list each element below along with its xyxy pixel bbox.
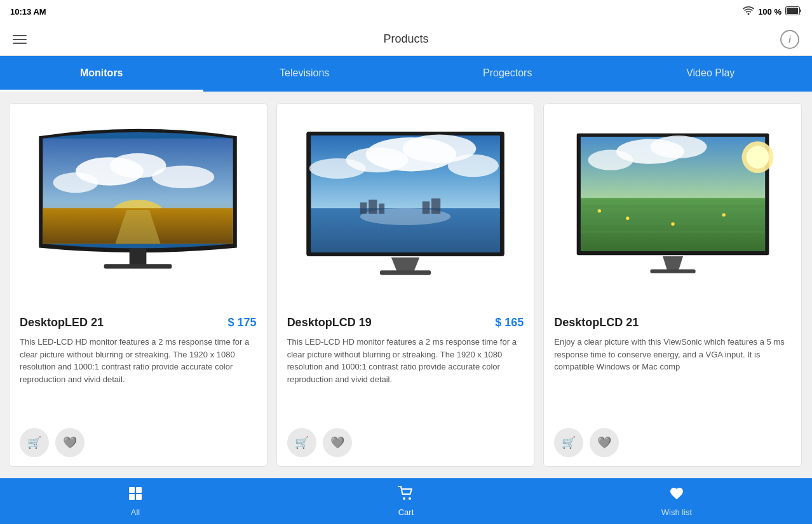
product-actions-2: 🛒 🩶 [277, 428, 534, 466]
tab-televisions[interactable]: Televisions [203, 56, 407, 92]
product-desc-2: This LED-LCD HD monitor features a 2 ms … [287, 336, 524, 385]
svg-point-33 [746, 146, 769, 169]
product-info-3: DesktopLCD 21 Enjoy a clear picture with… [544, 307, 801, 428]
nav-all[interactable]: All [0, 486, 271, 517]
product-name-row-1: DesktopLED 21 $ 175 [20, 316, 257, 329]
nav-wishlist[interactable]: Wish list [541, 486, 812, 517]
wifi-icon [743, 6, 754, 17]
add-to-cart-button-3[interactable]: 🛒 [554, 428, 583, 457]
add-to-cart-button-2[interactable]: 🛒 [287, 428, 316, 457]
svg-rect-25 [423, 202, 430, 214]
product-name-row-3: DesktopLCD 21 [554, 316, 791, 329]
status-right: 100 % [743, 6, 802, 17]
svg-rect-41 [580, 231, 764, 233]
battery-percent: 100 % [758, 7, 782, 17]
add-to-cart-button-1[interactable]: 🛒 [20, 428, 49, 457]
battery-icon [785, 6, 802, 17]
svg-rect-38 [580, 205, 764, 208]
svg-point-42 [597, 209, 600, 212]
product-info-1: DesktopLED 21 $ 175 This LED-LCD HD moni… [10, 307, 267, 428]
page-title: Products [383, 32, 428, 46]
product-price-1: $ 175 [228, 316, 257, 329]
tab-monitors[interactable]: Monitors [0, 56, 203, 92]
svg-rect-39 [580, 214, 764, 216]
svg-rect-28 [380, 270, 431, 275]
product-image-1 [10, 104, 267, 307]
heart-icon [669, 486, 684, 505]
svg-rect-48 [129, 487, 135, 493]
time-display: 10:13 AM [10, 7, 46, 17]
svg-point-5 [152, 166, 215, 189]
svg-point-6 [53, 172, 98, 193]
nav-wishlist-label: Wish list [661, 507, 692, 517]
products-grid: DesktopLED 21 $ 175 This LED-LCD HD moni… [0, 92, 812, 478]
product-actions-1: 🛒 🩶 [10, 428, 267, 466]
status-bar: 10:13 AM 100 % [0, 0, 812, 23]
product-name-row-2: DesktopLCD 19 $ 165 [287, 316, 524, 329]
svg-rect-23 [369, 200, 377, 214]
add-to-wishlist-button-3[interactable]: 🩶 [590, 428, 619, 457]
add-to-wishlist-button-2[interactable]: 🩶 [323, 428, 352, 457]
category-tabs: Monitors Televisions Progectors Video Pl… [0, 56, 812, 92]
svg-rect-26 [431, 198, 440, 214]
header: Products i [0, 23, 812, 56]
svg-rect-11 [104, 265, 172, 269]
tab-projectors[interactable]: Progectors [406, 56, 609, 92]
product-desc-1: This LED-LCD HD monitor features a 2 ms … [20, 336, 257, 385]
info-button[interactable]: i [780, 30, 799, 49]
tab-videoplay[interactable]: Video Play [609, 56, 813, 92]
svg-marker-27 [391, 258, 420, 272]
svg-point-44 [671, 223, 674, 226]
product-card-2: DesktopLCD 19 $ 165 This LED-LCD HD moni… [276, 103, 535, 467]
cart-icon [398, 486, 414, 505]
svg-rect-51 [136, 494, 142, 500]
svg-rect-22 [360, 203, 367, 214]
nav-cart[interactable]: Cart [271, 486, 541, 517]
svg-point-35 [650, 136, 707, 159]
svg-rect-50 [129, 494, 135, 500]
product-card-1: DesktopLED 21 $ 175 This LED-LCD HD moni… [9, 103, 267, 467]
nav-cart-label: Cart [398, 507, 414, 517]
svg-point-52 [403, 497, 405, 500]
svg-point-43 [626, 217, 629, 220]
product-desc-3: Enjoy a clear picture with this ViewSoni… [554, 336, 791, 373]
menu-button[interactable] [13, 35, 27, 44]
nav-all-label: All [131, 507, 140, 517]
svg-rect-10 [130, 249, 147, 266]
product-card-3: DesktopLCD 21 Enjoy a clear picture with… [543, 103, 802, 467]
grid-icon [128, 486, 143, 505]
svg-rect-49 [136, 487, 142, 493]
svg-point-45 [722, 213, 725, 216]
product-name-1: DesktopLED 21 [20, 316, 104, 329]
svg-rect-1 [787, 8, 798, 14]
product-image-2 [277, 104, 534, 307]
svg-rect-24 [379, 203, 384, 214]
svg-point-53 [409, 497, 411, 500]
product-actions-3: 🛒 🩶 [544, 428, 801, 466]
product-name-3: DesktopLCD 21 [554, 316, 639, 329]
add-to-wishlist-button-1[interactable]: 🩶 [55, 428, 85, 457]
status-time: 10:13 AM [10, 7, 46, 17]
product-info-2: DesktopLCD 19 $ 165 This LED-LCD HD moni… [277, 307, 534, 428]
svg-point-18 [448, 155, 499, 177]
svg-rect-47 [650, 270, 695, 273]
product-image-3 [544, 104, 801, 307]
product-price-2: $ 165 [495, 316, 524, 329]
bottom-nav: All Cart Wish list [0, 478, 812, 524]
svg-point-36 [588, 150, 633, 170]
product-name-2: DesktopLCD 19 [287, 316, 372, 329]
svg-marker-46 [663, 256, 683, 270]
svg-point-19 [309, 158, 366, 179]
